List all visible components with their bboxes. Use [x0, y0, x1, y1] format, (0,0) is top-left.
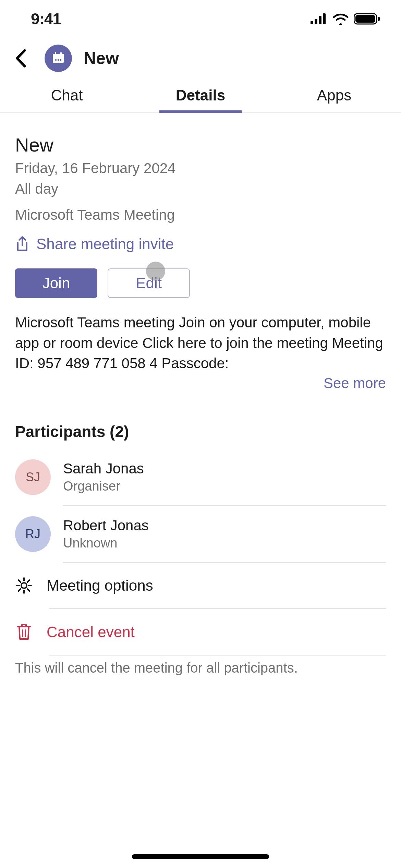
- meeting-title: New: [15, 134, 386, 156]
- cancel-note: This will cancel the meeting for all par…: [15, 660, 386, 676]
- meeting-description: Microsoft Teams meeting Join on your com…: [15, 312, 386, 374]
- status-time: 9:41: [31, 10, 61, 28]
- share-icon: [15, 236, 29, 252]
- svg-point-12: [58, 59, 59, 61]
- divider: [49, 655, 386, 656]
- cancel-event-row[interactable]: Cancel event: [15, 609, 386, 655]
- svg-point-11: [55, 59, 57, 61]
- calendar-badge-icon: [45, 45, 72, 72]
- participant-name: Sarah Jonas: [63, 460, 144, 477]
- participant-name: Robert Jonas: [63, 517, 149, 534]
- participant-row[interactable]: SJ Sarah Jonas Organiser: [15, 449, 386, 505]
- tab-details[interactable]: Details: [134, 79, 267, 112]
- wifi-icon: [332, 13, 349, 25]
- svg-rect-3: [323, 13, 326, 24]
- action-buttons: Join Edit: [15, 268, 386, 298]
- svg-rect-5: [355, 15, 375, 23]
- cancel-event-label: Cancel event: [47, 624, 135, 641]
- join-button[interactable]: Join: [15, 268, 97, 298]
- svg-rect-2: [319, 16, 321, 24]
- status-icons: [311, 13, 380, 25]
- gear-icon: [15, 577, 33, 594]
- svg-point-14: [21, 583, 27, 588]
- cellular-icon: [311, 13, 328, 24]
- svg-rect-10: [60, 52, 62, 56]
- back-button[interactable]: [10, 48, 31, 69]
- avatar: SJ: [15, 459, 51, 495]
- edit-button[interactable]: Edit: [108, 268, 190, 298]
- participant-role: Unknown: [63, 536, 149, 551]
- share-label: Share meeting invite: [36, 236, 174, 253]
- svg-rect-1: [315, 19, 317, 24]
- svg-point-13: [60, 59, 61, 61]
- home-indicator[interactable]: [132, 854, 269, 859]
- meeting-options-row[interactable]: Meeting options: [15, 563, 386, 608]
- content: New Friday, 16 February 2024 All day Mic…: [0, 113, 401, 676]
- chevron-left-icon: [14, 49, 27, 68]
- participant-row[interactable]: RJ Robert Jonas Unknown: [15, 506, 386, 562]
- participants-heading: Participants (2): [15, 422, 386, 441]
- meeting-allday: All day: [15, 181, 386, 197]
- header-title: New: [84, 48, 119, 68]
- svg-rect-0: [311, 21, 313, 24]
- svg-rect-9: [55, 52, 56, 56]
- meeting-type: Microsoft Teams Meeting: [15, 207, 386, 223]
- status-bar: 9:41: [0, 0, 401, 38]
- svg-rect-6: [378, 17, 380, 21]
- tabs: Chat Details Apps: [0, 79, 401, 113]
- share-meeting-invite[interactable]: Share meeting invite: [15, 236, 386, 253]
- svg-rect-8: [53, 54, 64, 57]
- tab-apps[interactable]: Apps: [267, 79, 401, 112]
- avatar: RJ: [15, 516, 51, 552]
- battery-icon: [354, 13, 380, 25]
- header: New: [0, 38, 401, 79]
- see-more-link[interactable]: See more: [15, 375, 386, 391]
- meeting-options-label: Meeting options: [47, 577, 153, 594]
- trash-icon: [15, 623, 33, 642]
- tab-chat[interactable]: Chat: [0, 79, 134, 112]
- participant-role: Organiser: [63, 479, 144, 494]
- meeting-date: Friday, 16 February 2024: [15, 160, 386, 177]
